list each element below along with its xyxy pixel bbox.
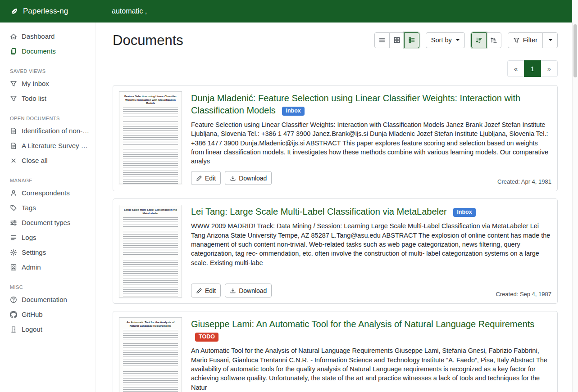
document-card: An Automatic Tool for the Analysis of Na… — [113, 311, 558, 392]
thumbnail-text-lines — [123, 149, 178, 185]
filter-group: Filter — [508, 32, 558, 48]
download-button[interactable]: Download — [225, 284, 272, 297]
sidebar-item-document-types[interactable]: Document types — [0, 215, 96, 230]
pagination-page-1-button[interactable]: 1 — [524, 60, 541, 77]
filter-label: Filter — [523, 36, 537, 44]
thumbnail-page: Large Scale Multi-Label Classification v… — [119, 205, 182, 297]
tag-badge[interactable]: TODO — [195, 333, 218, 342]
pagination-next-button[interactable]: » — [541, 60, 558, 77]
document-card-body: Giuseppe Lami: An Automatic Tool for the… — [191, 317, 551, 392]
person-badge-icon — [10, 264, 17, 271]
details-view-icon — [408, 36, 415, 44]
tag-icon — [10, 204, 17, 212]
sidebar-item-tags[interactable]: Tags — [0, 200, 96, 215]
list-view-icon — [378, 36, 386, 44]
sidebar-item-label: Close all — [22, 157, 48, 164]
caret-down-icon — [549, 39, 552, 41]
scrollbar[interactable] — [572, 0, 578, 392]
sidebar-section-title-open-documents: OPEN DOCUMENTS — [0, 113, 96, 123]
view-list-button[interactable] — [374, 32, 390, 48]
sidebar-item-logs[interactable]: Logs — [0, 230, 96, 245]
sidebar-item-label: Identification of non-fu... — [22, 127, 91, 135]
thumbnail-text-lines — [123, 259, 178, 297]
toolbar: Sort by Filter — [374, 32, 558, 48]
document-thumbnail[interactable]: An Automatic Tool for the Analysis of Na… — [119, 317, 182, 392]
sidebar-item-label: Logout — [22, 325, 42, 333]
sort-by-button[interactable]: Sort by — [426, 32, 465, 48]
sidebar-section-title-saved-views: SAVED VIEWS — [0, 66, 96, 76]
thumbnail-text-lines — [123, 108, 178, 118]
funnel-icon — [10, 95, 17, 102]
brand[interactable]: Paperless-ng — [0, 0, 96, 23]
thumbnail-text-lines — [123, 217, 178, 228]
document-card-body: Lei Tang: Large Scale Multi-Label Classi… — [191, 205, 551, 297]
document-title: Dunja Mladenić: Feature Selection using … — [191, 92, 551, 117]
brand-name: Paperless-ng — [23, 7, 68, 16]
thumbnail-text-lines — [123, 121, 178, 146]
document-thumbnail[interactable]: Large Scale Multi-Label Classification v… — [119, 205, 182, 297]
document-title: Giuseppe Lami: An Automatic Tool for the… — [191, 318, 551, 342]
sidebar-item-label: Document types — [22, 219, 70, 226]
sort-ascending-button[interactable] — [486, 32, 501, 48]
filter-dropdown-button[interactable] — [542, 32, 558, 48]
sidebar-item-open-document-2[interactable]: A Literature Survey on ... — [0, 138, 96, 153]
sidebar-item-logout[interactable]: Logout — [0, 322, 96, 337]
download-button[interactable]: Download — [225, 171, 272, 185]
filter-button[interactable]: Filter — [508, 32, 543, 48]
door-icon — [10, 326, 17, 333]
sort-descending-button[interactable] — [471, 32, 487, 48]
document-title-link[interactable]: Dunja Mladenić: Feature Selection using … — [191, 93, 520, 115]
sidebar-item-admin[interactable]: Admin — [0, 260, 96, 275]
sidebar-item-correspondents[interactable]: Correspondents — [0, 185, 96, 200]
search-input[interactable] — [111, 7, 564, 16]
sidebar-item-todo-list[interactable]: Todo list — [0, 91, 96, 106]
edit-button[interactable]: Edit — [191, 284, 221, 297]
edit-button[interactable]: Edit — [191, 171, 221, 185]
document-summary: Feature Selection using Linear Classifie… — [191, 120, 551, 166]
edit-label: Edit — [205, 175, 216, 182]
sliders-icon — [10, 219, 17, 226]
sidebar-item-label: Correspondents — [22, 189, 70, 197]
sidebar-item-label: Documentation — [22, 296, 67, 303]
sidebar-item-label: Logs — [22, 234, 36, 241]
view-details-button[interactable] — [404, 32, 419, 48]
sidebar-item-open-document-1[interactable]: Identification of non-fu... — [0, 123, 96, 138]
document-card: Feature Selection using Linear Classifie… — [113, 85, 558, 191]
sidebar-item-label: Tags — [22, 204, 36, 212]
page-title: Documents — [113, 32, 183, 49]
sidebar-item-label: My Inbox — [22, 80, 49, 87]
document-title: Lei Tang: Large Scale Multi-Label Classi… — [191, 206, 551, 218]
paperless-logo-icon — [10, 7, 18, 15]
document-title-link[interactable]: Giuseppe Lami: An Automatic Tool for the… — [191, 319, 534, 329]
pencil-icon — [196, 175, 202, 181]
document-thumbnail[interactable]: Feature Selection using Linear Classifie… — [119, 91, 182, 184]
grid-view-icon — [393, 36, 401, 44]
topbar: Paperless-ng — [0, 0, 572, 23]
caret-down-icon — [456, 39, 460, 41]
thumbnail-text-lines — [123, 371, 178, 392]
file-text-icon — [10, 142, 17, 149]
sidebar-item-settings[interactable]: Settings — [0, 245, 96, 260]
thumbnail-title: Feature Selection using Linear Classifie… — [122, 95, 179, 105]
sidebar-section-title-manage: MANAGE — [0, 176, 96, 185]
sidebar-item-close-all[interactable]: Close all — [0, 153, 96, 168]
document-title-link[interactable]: Lei Tang: Large Scale Multi-Label Classi… — [191, 207, 447, 216]
sidebar-item-github[interactable]: GitHub — [0, 307, 96, 322]
github-icon — [10, 311, 17, 318]
view-grid-button[interactable] — [389, 32, 405, 48]
pagination-prev-button[interactable]: « — [507, 60, 524, 77]
tag-badge[interactable]: Inbox — [282, 107, 304, 116]
sidebar-item-documents[interactable]: Documents — [0, 44, 96, 59]
sidebar-item-my-inbox[interactable]: My Inbox — [0, 76, 96, 91]
document-card-body: Dunja Mladenić: Feature Selection using … — [191, 91, 551, 185]
sidebar-item-label: Documents — [22, 47, 56, 55]
sidebar-item-label: Todo list — [22, 95, 46, 102]
thumbnail-text-lines — [123, 343, 178, 369]
tag-badge[interactable]: Inbox — [453, 208, 475, 217]
sidebar-item-documentation[interactable]: Documentation — [0, 292, 96, 307]
sidebar-item-dashboard[interactable]: Dashboard — [0, 29, 96, 44]
document-card-footer: Edit Download Created: Apr 4, 1981 — [191, 166, 551, 185]
list-icon — [10, 234, 17, 241]
thumbnail-text-lines — [123, 231, 178, 256]
scrollbar-thumb[interactable] — [573, 24, 577, 77]
